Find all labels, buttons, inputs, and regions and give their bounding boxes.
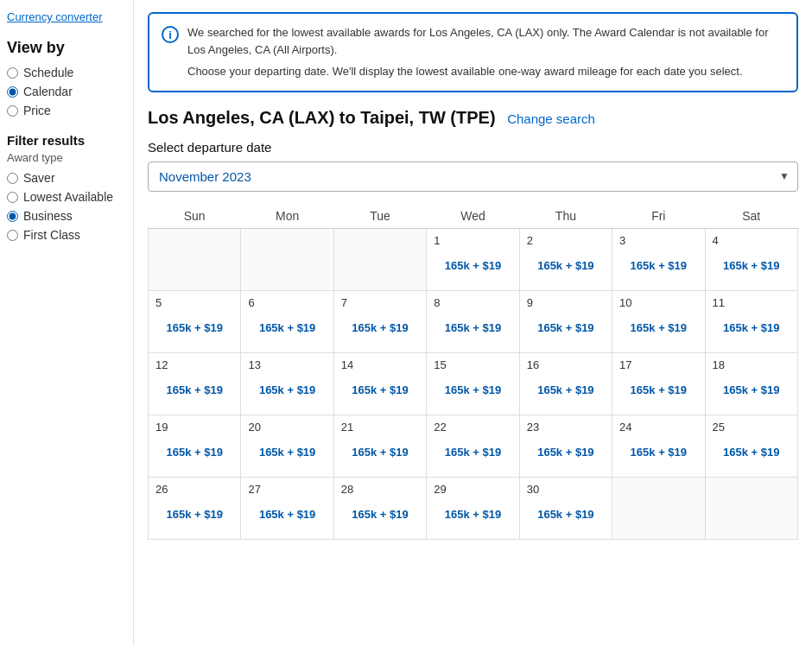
day-price: 165k + $19 <box>248 383 326 396</box>
table-row[interactable]: 6165k + $19 <box>241 290 333 352</box>
table-row[interactable]: 15165k + $19 <box>427 352 519 415</box>
table-row[interactable]: 19165k + $19 <box>149 415 241 477</box>
table-row[interactable]: 18165k + $19 <box>705 352 797 415</box>
view-by-options: Schedule Calendar Price <box>7 66 126 117</box>
day-price: 165k + $19 <box>619 259 697 272</box>
day-price: 165k + $19 <box>713 259 790 272</box>
price-radio[interactable] <box>7 105 18 117</box>
table-row[interactable]: 13165k + $19 <box>241 352 333 415</box>
day-price: 165k + $19 <box>713 446 790 459</box>
day-number: 8 <box>434 296 511 309</box>
table-row[interactable]: 16165k + $19 <box>519 352 612 415</box>
info-text: We searched for the lowest available awa… <box>187 24 784 80</box>
table-row[interactable]: 4165k + $19 <box>705 228 797 290</box>
calendar-week-row: 12165k + $1913165k + $1914165k + $191516… <box>149 352 798 415</box>
lowest-radio[interactable] <box>7 192 18 203</box>
award-type-options: Saver Lowest Available Business First Cl… <box>7 171 126 242</box>
table-row[interactable]: 7165k + $19 <box>333 290 426 352</box>
day-header-thu: Thu <box>519 204 612 229</box>
day-number: 19 <box>155 421 233 434</box>
month-select[interactable]: November 2023 December 2023 January 2024 <box>148 162 798 192</box>
business-radio[interactable] <box>7 211 18 222</box>
view-by-price[interactable]: Price <box>7 104 126 117</box>
day-number: 29 <box>434 483 511 496</box>
day-header-fri: Fri <box>612 204 705 229</box>
view-by-calendar[interactable]: Calendar <box>7 85 126 98</box>
change-search-link[interactable]: Change search <box>507 111 595 126</box>
table-row[interactable]: 2165k + $19 <box>519 228 612 290</box>
info-banner: i We searched for the lowest available a… <box>148 12 798 92</box>
table-row[interactable]: 8165k + $19 <box>427 290 519 352</box>
table-row[interactable]: 10165k + $19 <box>612 290 705 352</box>
day-number: 24 <box>619 421 697 434</box>
day-header-tue: Tue <box>333 204 426 229</box>
award-firstclass[interactable]: First Class <box>7 228 126 242</box>
day-price: 165k + $19 <box>434 321 511 334</box>
table-row[interactable]: 17165k + $19 <box>612 352 705 415</box>
day-header-sun: Sun <box>149 204 241 229</box>
day-number: 1 <box>434 234 511 247</box>
day-number: 22 <box>434 421 511 434</box>
table-row[interactable]: 29165k + $19 <box>427 477 519 539</box>
filter-results-title: Filter results <box>7 133 126 148</box>
award-business[interactable]: Business <box>7 209 126 223</box>
table-row[interactable]: 26165k + $19 <box>149 477 241 539</box>
award-saver[interactable]: Saver <box>7 171 126 185</box>
table-row[interactable]: 5165k + $19 <box>149 290 241 352</box>
day-number: 6 <box>248 296 326 309</box>
table-row[interactable]: 11165k + $19 <box>705 290 797 352</box>
firstclass-radio[interactable] <box>7 230 18 241</box>
day-number: 27 <box>248 483 326 496</box>
calendar-table: Sun Mon Tue Wed Thu Fri Sat 1165k + $192… <box>148 204 798 540</box>
table-row[interactable]: 21165k + $19 <box>333 415 426 477</box>
day-price: 165k + $19 <box>341 383 419 396</box>
day-number: 18 <box>713 358 790 371</box>
day-number: 23 <box>527 421 605 434</box>
table-row[interactable]: 3165k + $19 <box>612 228 705 290</box>
day-price: 165k + $19 <box>434 383 511 396</box>
sidebar: Currency converter View by Schedule Cale… <box>0 0 134 646</box>
route-label: Los Angeles, CA (LAX) to Taipei, TW (TPE… <box>148 108 496 127</box>
award-type-label: Award type <box>7 151 126 164</box>
table-row[interactable]: 28165k + $19 <box>333 477 426 539</box>
schedule-radio[interactable] <box>7 67 18 79</box>
calendar-week-row: 19165k + $1920165k + $1921165k + $192216… <box>149 415 798 477</box>
table-row[interactable]: 9165k + $19 <box>519 290 612 352</box>
day-price: 165k + $19 <box>434 508 511 521</box>
day-number: 14 <box>341 358 419 371</box>
day-number: 9 <box>527 296 605 309</box>
day-price: 165k + $19 <box>155 383 233 396</box>
table-row[interactable]: 30165k + $19 <box>519 477 612 539</box>
day-number: 2 <box>527 234 605 247</box>
table-row[interactable]: 27165k + $19 <box>241 477 333 539</box>
award-lowest[interactable]: Lowest Available <box>7 190 126 204</box>
view-by-schedule[interactable]: Schedule <box>7 66 126 79</box>
currency-converter-link[interactable]: Currency converter <box>7 10 126 23</box>
table-row[interactable]: 24165k + $19 <box>612 415 705 477</box>
table-row <box>705 477 797 539</box>
calendar-radio[interactable] <box>7 86 18 98</box>
table-row[interactable]: 1165k + $19 <box>427 228 519 290</box>
day-number: 26 <box>155 483 233 496</box>
table-row[interactable]: 22165k + $19 <box>427 415 519 477</box>
day-number: 15 <box>434 358 511 371</box>
table-row[interactable]: 25165k + $19 <box>705 415 797 477</box>
day-price: 165k + $19 <box>619 383 697 396</box>
day-number: 7 <box>341 296 419 309</box>
table-row[interactable]: 23165k + $19 <box>519 415 612 477</box>
info-icon: i <box>162 26 179 43</box>
table-row <box>333 228 426 290</box>
table-row[interactable]: 14165k + $19 <box>333 352 426 415</box>
day-price: 165k + $19 <box>155 508 233 521</box>
day-header-mon: Mon <box>241 204 333 229</box>
table-row[interactable]: 12165k + $19 <box>149 352 241 415</box>
table-row <box>612 477 705 539</box>
day-price: 165k + $19 <box>248 508 326 521</box>
calendar-label: Calendar <box>23 85 73 98</box>
route-heading: Los Angeles, CA (LAX) to Taipei, TW (TPE… <box>148 108 798 128</box>
day-price: 165k + $19 <box>341 508 419 521</box>
day-price: 165k + $19 <box>527 259 605 272</box>
table-row[interactable]: 20165k + $19 <box>241 415 333 477</box>
saver-radio[interactable] <box>7 173 18 184</box>
day-number: 20 <box>248 421 326 434</box>
